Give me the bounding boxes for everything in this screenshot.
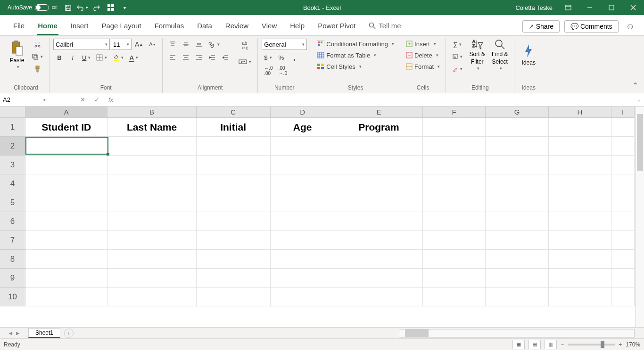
insert-cells-button[interactable]: Insert▾: [404, 39, 442, 49]
cell-A8[interactable]: [25, 250, 107, 269]
cell-B6[interactable]: [107, 212, 196, 231]
cell-B1[interactable]: Last Name: [107, 118, 196, 137]
cell-I4[interactable]: [611, 174, 635, 193]
col-header-C[interactable]: C: [197, 107, 271, 118]
cell-F8[interactable]: [423, 250, 486, 269]
row-header-3[interactable]: 3: [0, 156, 25, 174]
cell-E8[interactable]: [335, 250, 423, 269]
sort-filter-button[interactable]: AZ Sort &Filter▾: [467, 39, 487, 71]
cell-D1[interactable]: Age: [271, 118, 335, 137]
cell-F1[interactable]: [423, 118, 486, 137]
close-button[interactable]: [622, 0, 644, 15]
col-header-F[interactable]: F: [423, 107, 486, 118]
align-bottom-button[interactable]: [193, 39, 205, 50]
qa-grid-icon[interactable]: [105, 1, 117, 14]
customize-qat-button[interactable]: ▾: [119, 1, 131, 14]
cell-F10[interactable]: [423, 288, 486, 306]
cell-I6[interactable]: [611, 212, 635, 231]
align-left-button[interactable]: [166, 52, 179, 63]
cell-I10[interactable]: [611, 288, 635, 306]
zoom-in-button[interactable]: +: [619, 341, 622, 348]
cell-A7[interactable]: [25, 231, 107, 250]
collapse-ribbon-button[interactable]: ⌃: [629, 38, 641, 93]
cell-F4[interactable]: [423, 174, 486, 193]
cell-A1[interactable]: Student ID: [25, 118, 107, 137]
ideas-button[interactable]: Ideas: [518, 39, 539, 71]
cell-A6[interactable]: [25, 212, 107, 231]
cut-button[interactable]: [29, 39, 45, 50]
cell-G2[interactable]: [486, 137, 548, 156]
orientation-button[interactable]: ab▾: [206, 39, 222, 50]
cell-B4[interactable]: [107, 174, 196, 193]
cell-G6[interactable]: [486, 212, 548, 231]
align-center-button[interactable]: [180, 52, 192, 63]
grow-font-button[interactable]: A▲: [132, 39, 145, 50]
cell-styles-button[interactable]: Cell Styles▾: [315, 61, 396, 72]
cell-A9[interactable]: [25, 269, 107, 288]
cell-H2[interactable]: [549, 137, 611, 156]
cell-G3[interactable]: [486, 156, 548, 174]
col-header-E[interactable]: E: [335, 107, 423, 118]
cell-E5[interactable]: [335, 193, 423, 212]
cell-G7[interactable]: [486, 231, 548, 250]
cell-C9[interactable]: [197, 269, 271, 288]
user-name[interactable]: Coletta Teske: [511, 4, 557, 11]
increase-indent-button[interactable]: [219, 52, 231, 63]
cell-F9[interactable]: [423, 269, 486, 288]
row-header-8[interactable]: 8: [0, 250, 25, 269]
font-color-button[interactable]: A▾: [127, 52, 140, 63]
row-header-9[interactable]: 9: [0, 269, 25, 288]
cell-I2[interactable]: [611, 137, 635, 156]
row-header-6[interactable]: 6: [0, 212, 25, 231]
fill-color-button[interactable]: ▾: [110, 52, 126, 63]
tab-formulas[interactable]: Formulas: [148, 18, 191, 35]
wrap-text-button[interactable]: ab↵c: [236, 39, 254, 53]
align-right-button[interactable]: [193, 52, 205, 63]
cell-E2[interactable]: [335, 137, 423, 156]
cell-I5[interactable]: [611, 193, 635, 212]
delete-cells-button[interactable]: Delete▾: [404, 50, 442, 60]
row-header-4[interactable]: 4: [0, 174, 25, 193]
cell-A5[interactable]: [25, 193, 107, 212]
merge-center-button[interactable]: ▾: [236, 55, 254, 69]
cell-B5[interactable]: [107, 193, 196, 212]
cell-A3[interactable]: [25, 156, 107, 174]
add-sheet-button[interactable]: +: [64, 329, 74, 338]
copy-button[interactable]: ▾: [29, 51, 45, 62]
zoom-out-button[interactable]: −: [561, 341, 564, 348]
col-header-H[interactable]: H: [549, 107, 611, 118]
col-header-I[interactable]: I: [611, 107, 635, 118]
autosum-button[interactable]: ∑▾: [450, 39, 465, 50]
row-header-5[interactable]: 5: [0, 193, 25, 212]
cell-D4[interactable]: [271, 174, 335, 193]
cell-A10[interactable]: [25, 288, 107, 306]
select-all-corner[interactable]: [0, 107, 25, 118]
enter-formula-button[interactable]: ✓: [90, 96, 104, 103]
tab-home[interactable]: Home: [31, 18, 64, 35]
increase-decimal-button[interactable]: ←.0.00: [262, 65, 275, 76]
cell-C10[interactable]: [197, 288, 271, 306]
cell-E6[interactable]: [335, 212, 423, 231]
row-header-1[interactable]: 1: [0, 118, 25, 137]
cell-I8[interactable]: [611, 250, 635, 269]
cell-B10[interactable]: [107, 288, 196, 306]
cell-B8[interactable]: [107, 250, 196, 269]
shrink-font-button[interactable]: A▼: [146, 39, 158, 50]
decrease-decimal-button[interactable]: .00→.0: [276, 65, 289, 76]
cell-F6[interactable]: [423, 212, 486, 231]
cell-H1[interactable]: [549, 118, 611, 137]
cell-G10[interactable]: [486, 288, 548, 306]
align-middle-button[interactable]: [180, 39, 192, 50]
page-layout-view-button[interactable]: ▤: [528, 340, 541, 349]
format-as-table-button[interactable]: Format as Table▾: [315, 50, 396, 60]
cell-G4[interactable]: [486, 174, 548, 193]
decrease-indent-button[interactable]: [206, 52, 218, 63]
format-cells-button[interactable]: Format▾: [404, 61, 442, 72]
zoom-level[interactable]: 170%: [626, 341, 640, 348]
cell-I7[interactable]: [611, 231, 635, 250]
align-top-button[interactable]: [166, 39, 179, 50]
cell-E3[interactable]: [335, 156, 423, 174]
cell-C5[interactable]: [197, 193, 271, 212]
col-header-G[interactable]: G: [486, 107, 548, 118]
cell-G8[interactable]: [486, 250, 548, 269]
